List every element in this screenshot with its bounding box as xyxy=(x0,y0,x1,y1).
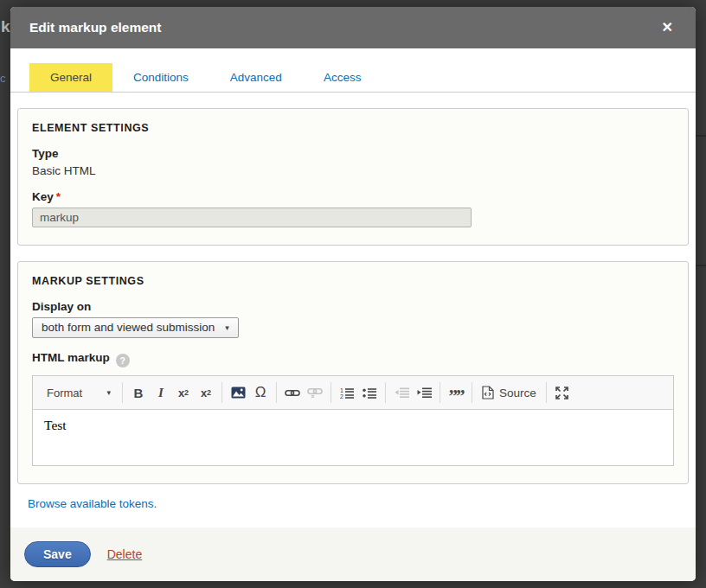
maximize-button[interactable] xyxy=(551,381,574,404)
dimmed-page-row-line xyxy=(696,265,706,266)
tab-conditions[interactable]: Conditions xyxy=(112,63,209,92)
link-icon xyxy=(285,388,300,398)
format-dropdown-value: Format xyxy=(47,387,82,399)
element-settings-legend: ELEMENT SETTINGS xyxy=(32,122,674,134)
dialog-titlebar[interactable]: Edit markup element ✕ xyxy=(10,7,696,48)
required-asterisk: * xyxy=(56,190,61,203)
markup-settings-fieldset: MARKUP SETTINGS Display on both form and… xyxy=(17,261,689,484)
dimmed-page-text-fragment: k xyxy=(1,17,10,36)
svg-text:2: 2 xyxy=(340,393,343,399)
image-icon xyxy=(231,387,246,399)
source-icon xyxy=(482,386,494,399)
help-icon[interactable]: ? xyxy=(116,354,130,368)
outdent-button[interactable] xyxy=(390,381,413,404)
element-settings-fieldset: ELEMENT SETTINGS Type Basic HTML Key* xyxy=(17,108,689,246)
format-dropdown[interactable]: Format ▾ xyxy=(40,381,118,404)
source-button[interactable]: Source xyxy=(477,381,542,404)
special-character-button[interactable]: Ω xyxy=(249,381,272,404)
blockquote-button[interactable]: ”” xyxy=(445,381,467,404)
tab-advanced[interactable]: Advanced xyxy=(209,63,303,92)
dialog-content: ELEMENT SETTINGS Type Basic HTML Key* MA… xyxy=(10,108,696,511)
delete-link[interactable]: Delete xyxy=(107,547,142,561)
key-label: Key* xyxy=(32,190,674,203)
indent-icon xyxy=(417,387,432,398)
unlink-icon xyxy=(307,387,323,398)
tab-access[interactable]: Access xyxy=(303,63,382,92)
toolbar-separator xyxy=(440,382,440,403)
dimmed-page-link-fragment: c xyxy=(0,72,6,85)
image-button[interactable] xyxy=(227,381,249,404)
key-input[interactable] xyxy=(32,208,472,227)
subscript-button[interactable]: x2 xyxy=(172,381,195,404)
ckeditor: Format ▾ B I x2 x2 xyxy=(32,375,674,466)
markup-settings-legend: MARKUP SETTINGS xyxy=(32,275,674,287)
dimmed-page-row-line xyxy=(696,135,706,137)
save-button[interactable]: Save xyxy=(24,541,91,567)
toolbar-separator xyxy=(546,382,547,403)
tab-general[interactable]: General xyxy=(29,63,112,92)
toolbar-separator xyxy=(472,382,472,403)
toolbar-separator xyxy=(385,382,386,403)
dialog-title: Edit markup element xyxy=(29,20,658,35)
toolbar-separator xyxy=(221,382,222,403)
edit-markup-element-dialog: Edit markup element ✕ General Conditions… xyxy=(10,7,696,581)
ckeditor-toolbar: Format ▾ B I x2 x2 xyxy=(33,376,673,410)
display-on-selected-value: both form and viewed submission xyxy=(42,321,215,334)
dialog-action-bar: Save Delete xyxy=(10,527,696,581)
bulleted-list-icon xyxy=(363,387,376,399)
type-label: Type xyxy=(32,147,674,160)
superscript-button[interactable]: x2 xyxy=(195,381,217,404)
chevron-down-icon: ▾ xyxy=(106,388,111,397)
toolbar-separator xyxy=(276,382,277,403)
unlink-button[interactable] xyxy=(304,381,326,404)
maximize-icon xyxy=(555,387,568,399)
html-markup-label: HTML markup? xyxy=(32,351,674,368)
browse-tokens-link[interactable]: Browse available tokens. xyxy=(28,497,157,510)
toolbar-separator xyxy=(331,382,331,403)
indent-button[interactable] xyxy=(413,381,435,404)
link-button[interactable] xyxy=(281,381,304,404)
numbered-list-button[interactable]: 12 xyxy=(336,381,358,404)
dialog-tabbar: General Conditions Advanced Access xyxy=(10,48,696,93)
toolbar-separator xyxy=(122,382,123,403)
numbered-list-icon: 12 xyxy=(340,387,354,399)
bold-button[interactable]: B xyxy=(127,381,150,404)
display-on-label: Display on xyxy=(32,300,674,313)
chevron-down-icon: ▾ xyxy=(225,323,229,332)
type-value: Basic HTML xyxy=(32,164,674,177)
italic-button[interactable]: I xyxy=(150,381,172,404)
svg-text:1: 1 xyxy=(340,387,343,393)
editor-content-area[interactable]: Test xyxy=(33,410,673,465)
bulleted-list-button[interactable] xyxy=(358,381,381,404)
source-button-label: Source xyxy=(499,387,536,399)
display-on-select[interactable]: both form and viewed submission ▾ xyxy=(32,317,239,338)
close-icon[interactable]: ✕ xyxy=(658,17,677,38)
outdent-icon xyxy=(395,387,409,398)
